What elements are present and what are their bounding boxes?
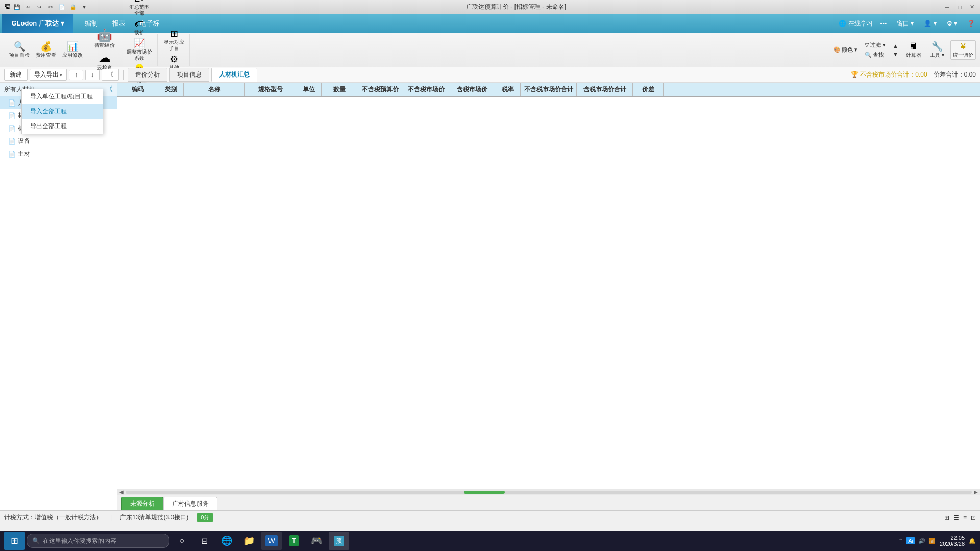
import-single-item[interactable]: 导入单位工程/项目工程 [22, 89, 103, 104]
small-view-icon[interactable]: ⊡ [971, 514, 976, 521]
th-spec: 规格型号 [245, 83, 296, 96]
th-pretax-market-total: 不含税市场价合计 [521, 83, 577, 96]
network-icon[interactable]: 📶 [928, 538, 936, 544]
import-all-item[interactable]: 导入全部工程 [22, 104, 103, 119]
tools-icon: 🔧 [932, 42, 943, 51]
calculator-button[interactable]: 🖩 计算器 [903, 41, 924, 59]
up-button[interactable]: ▲ [891, 42, 900, 49]
show-sub-button[interactable]: ⊞ 显示对应子目 [162, 28, 186, 53]
market-price-total: 🏆 不含税市场价合计：0.00 [851, 70, 927, 79]
scroll-thumb[interactable] [464, 491, 505, 494]
tab-cost-analysis[interactable]: 造价分析 [128, 68, 167, 82]
chevron-up-icon[interactable]: ⌃ [898, 538, 903, 544]
tab-manmachine[interactable]: 人材机汇总 [211, 68, 257, 82]
color-label: 颜色 ▾ [842, 46, 857, 54]
explorer-icon: 📁 [243, 535, 255, 546]
tab-project-info[interactable]: 项目信息 [169, 68, 209, 82]
th-type: 类别 [158, 83, 184, 96]
taskbar: ⊞ 🔍 在这里输入你要搜索的内容 ○ ⊟ 🌐 📁 W T 🎮 预 ⌃ Ai 🔊 … [0, 531, 980, 551]
cut-quick[interactable]: ✂ [46, 3, 55, 12]
horizontal-scrollbar[interactable]: ◀ ▶ [117, 489, 980, 495]
find-button[interactable]: 🔍 查找 [863, 51, 888, 59]
find-icon: 🔍 [865, 52, 872, 58]
unified-price-icon: ¥ [961, 42, 966, 51]
more-quick[interactable]: ▼ [80, 3, 89, 12]
view-icon: ⊟ [201, 536, 208, 546]
title-bar-right: ─ □ ✕ [943, 3, 976, 11]
main-material-label: 主材 [18, 149, 30, 158]
export-all-item[interactable]: 导出全部工程 [22, 119, 103, 134]
smart-price-button[interactable]: 🤖 智能组价 [92, 28, 117, 49]
taskbar-app-explorer[interactable]: 📁 [239, 532, 259, 550]
collapse-left-button[interactable]: 《 [106, 85, 113, 94]
taskbar-app-ie[interactable]: 🌐 [216, 532, 237, 550]
word-icon: W [265, 535, 277, 546]
t-icon: T [289, 535, 299, 546]
unified-price-button[interactable]: ¥ 统一调价 [950, 40, 976, 60]
notification-icon[interactable]: 🔔 [969, 538, 976, 544]
new-button[interactable]: 新建 [4, 69, 28, 81]
show-sub-icon: ⊞ [170, 29, 178, 38]
tools-button[interactable]: 🔧 工具 ▾ [927, 41, 947, 59]
copy-quick[interactable]: 📄 [57, 3, 66, 12]
taskbar-app-game[interactable]: 🎮 [306, 532, 327, 550]
import-export-dropdown[interactable]: 导入导出 ▾ [30, 69, 67, 81]
settings-menu[interactable]: ⚙ ▾ [944, 19, 960, 28]
redo-quick[interactable]: ↪ [35, 3, 44, 12]
cost-view-button[interactable]: 💰 费用查看 [34, 41, 58, 59]
start-button[interactable]: ⊞ [4, 532, 24, 550]
color-button[interactable]: 🎨 颜色 ▾ [831, 45, 860, 54]
apply-modify-button[interactable]: 📊 应用修改 [60, 41, 85, 59]
grid-icon[interactable]: ▪▪▪ [877, 19, 890, 28]
machine-icon: 📄 [8, 125, 16, 132]
taskbar-search[interactable]: 🔍 在这里输入你要搜索的内容 [27, 534, 169, 548]
taskbar-app-t[interactable]: T [284, 532, 304, 550]
taskbar-app-glodon[interactable]: 预 [329, 532, 349, 550]
lock-quick[interactable]: 🔒 [68, 3, 78, 12]
taskbar-app-cortana[interactable]: ○ [172, 532, 192, 550]
minimize-button[interactable]: ─ [943, 3, 951, 11]
scroll-left-button[interactable]: ◀ [119, 489, 124, 495]
left-panel: 所有人材机 《 📄 人工 📄 材料 📄 机械 📄 设备 📄 主材 [0, 83, 117, 510]
help-menu[interactable]: ❓ [964, 19, 978, 28]
equipment-icon: 📄 [8, 138, 16, 145]
import-export-arrow: ▾ [60, 72, 62, 78]
down-button[interactable]: ▼ [891, 51, 900, 58]
adjust-market-button[interactable]: 📈 调整市场价系数 [125, 38, 154, 62]
tab-source-analysis[interactable]: 未源分析 [121, 497, 163, 510]
summary-button[interactable]: Σ▾ 汇总范围全部 [127, 0, 152, 17]
tree-item-main-material[interactable]: 📄 主材 [0, 147, 117, 160]
window-title: 广联达预算计价 - [招标管理 - 未命名] [466, 3, 566, 11]
down-order-button[interactable]: ↓ [85, 70, 100, 80]
collapse-panel-button[interactable]: 《 [102, 69, 119, 81]
maximize-button[interactable]: □ [955, 3, 964, 11]
taskbar-app-w[interactable]: W [261, 532, 282, 550]
tree-item-equipment[interactable]: 📄 设备 [0, 135, 117, 147]
scroll-track[interactable] [126, 491, 972, 494]
input-method-icon[interactable]: Ai [906, 537, 915, 544]
close-button[interactable]: ✕ [968, 3, 976, 11]
window-menu[interactable]: 窗口 ▾ [894, 18, 917, 29]
save-quick[interactable]: 💾 [12, 3, 21, 12]
undo-quick[interactable]: ↩ [23, 3, 33, 12]
tab-village-info[interactable]: 广村信息服务 [163, 497, 217, 510]
project-check-button[interactable]: 🔍 项目自检 [7, 41, 32, 59]
user-menu[interactable]: 👤 ▾ [921, 19, 939, 28]
detail-view-icon[interactable]: ≡ [963, 514, 967, 521]
gold-icon: 🏆 [851, 71, 859, 78]
online-study[interactable]: 🌐 在线学习 [839, 19, 873, 28]
th-tax-rate: 税率 [495, 83, 521, 96]
time-display: 22:05 [940, 535, 965, 541]
load-price-button[interactable]: 🏷 载价 [129, 18, 150, 37]
taskbar-app-view[interactable]: ⊟ [194, 532, 214, 550]
project-check-label: 项目自检 [9, 52, 30, 58]
list-view-icon[interactable]: ☰ [953, 514, 959, 521]
summary-icon: Σ▾ [134, 0, 144, 3]
scroll-right-button[interactable]: ▶ [974, 489, 978, 495]
filter-button[interactable]: ▽ 过滤 ▾ [863, 41, 888, 49]
logo[interactable]: GLodon 广联达 ▾ [2, 14, 74, 33]
ie-icon: 🌐 [221, 535, 232, 546]
grid-view-icon[interactable]: ⊞ [944, 514, 949, 521]
up-order-button[interactable]: ↑ [69, 70, 83, 80]
volume-icon[interactable]: 🔊 [918, 538, 925, 544]
